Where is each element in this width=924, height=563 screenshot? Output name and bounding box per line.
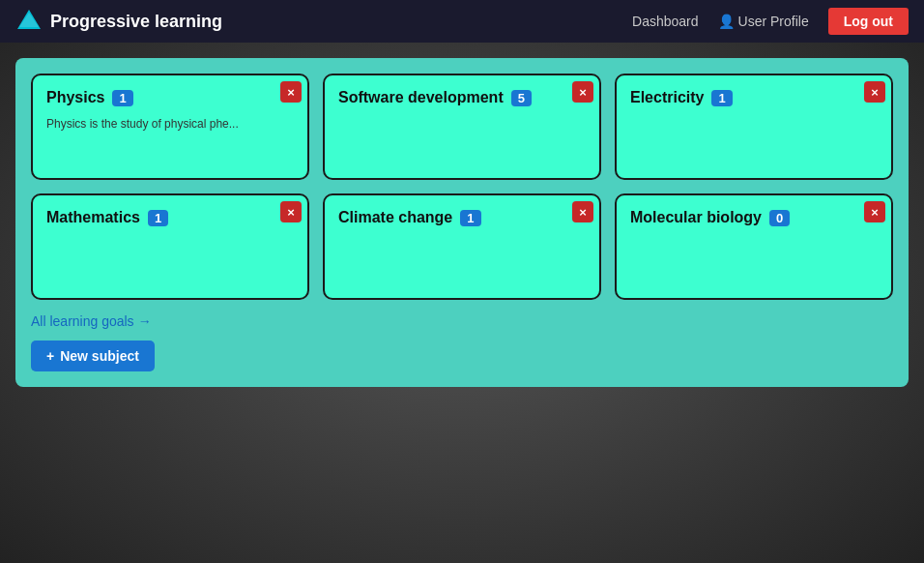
header-nav: Dashboard 👤 User Profile Log out: [632, 8, 909, 35]
app-title: Progressive learning: [50, 12, 222, 32]
subject-name: Software development: [338, 89, 504, 106]
subject-name: Mathematics: [46, 209, 140, 226]
subject-badge-climate-change: 1: [460, 210, 480, 226]
subject-card-molecular-biology[interactable]: ×Molecular biology 0: [615, 193, 893, 300]
subject-badge-mathematics: 1: [148, 210, 168, 226]
subject-card-software-development[interactable]: ×Software development 5: [323, 74, 601, 180]
subject-card-climate-change[interactable]: ×Climate change 1: [323, 193, 601, 300]
subject-badge-software-development: 5: [511, 90, 532, 106]
subject-badge-physics: 1: [112, 90, 132, 106]
delete-subject-software-development-button[interactable]: ×: [572, 81, 593, 103]
delete-subject-physics-button[interactable]: ×: [280, 81, 302, 103]
subject-title-mathematics: Mathematics 1: [46, 209, 294, 226]
new-subject-container: + New subject: [31, 341, 893, 371]
logo-icon: [15, 8, 43, 35]
all-goals-link[interactable]: All learning goals →: [31, 313, 152, 329]
panel-footer: All learning goals →: [31, 313, 893, 329]
main-content: ×Physics 1Physics is the study of physic…: [0, 43, 924, 402]
delete-subject-mathematics-button[interactable]: ×: [280, 201, 302, 222]
svg-marker-2: [19, 13, 39, 27]
delete-subject-molecular-biology-button[interactable]: ×: [864, 201, 885, 222]
subject-title-molecular-biology: Molecular biology 0: [630, 209, 878, 226]
plus-icon: +: [46, 348, 54, 364]
subject-desc-physics: Physics is the study of physical phe...: [46, 116, 294, 133]
subject-card-electricity[interactable]: ×Electricity 1: [615, 74, 893, 180]
app-header: Progressive learning Dashboard 👤 User Pr…: [0, 0, 924, 43]
subject-badge-electricity: 1: [711, 90, 732, 106]
subject-title-climate-change: Climate change 1: [338, 209, 586, 226]
subject-badge-molecular-biology: 0: [769, 210, 790, 226]
subjects-grid: ×Physics 1Physics is the study of physic…: [31, 74, 893, 300]
subject-name: Physics: [46, 89, 104, 106]
subject-card-mathematics[interactable]: ×Mathematics 1: [31, 193, 309, 300]
arrow-right-icon: →: [138, 313, 152, 329]
subjects-panel: ×Physics 1Physics is the study of physic…: [15, 58, 909, 387]
subject-card-physics[interactable]: ×Physics 1Physics is the study of physic…: [31, 74, 309, 180]
subject-title-software-development: Software development 5: [338, 89, 586, 106]
subject-title-physics: Physics 1: [46, 89, 294, 106]
delete-subject-climate-change-button[interactable]: ×: [572, 201, 593, 222]
user-icon: 👤: [718, 14, 735, 29]
user-profile-link[interactable]: 👤 User Profile: [718, 14, 809, 29]
dashboard-link[interactable]: Dashboard: [632, 14, 699, 29]
delete-subject-electricity-button[interactable]: ×: [864, 81, 885, 103]
new-subject-button[interactable]: + New subject: [31, 341, 155, 371]
subject-title-electricity: Electricity 1: [630, 89, 878, 106]
subject-name: Molecular biology: [630, 209, 762, 226]
subject-name: Electricity: [630, 89, 704, 106]
logout-button[interactable]: Log out: [828, 8, 909, 35]
logo: Progressive learning: [15, 8, 632, 35]
subject-name: Climate change: [338, 209, 452, 226]
